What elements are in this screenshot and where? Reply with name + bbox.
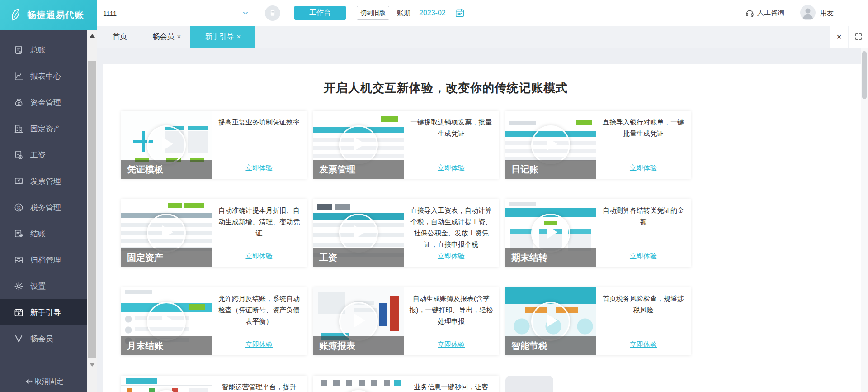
switch-old-version-button[interactable]: 切到旧版	[357, 6, 389, 20]
try-now-link[interactable]: 立即体验	[245, 252, 273, 261]
sidebar-item-salary[interactable]: 工资	[0, 142, 87, 168]
play-button-icon[interactable]	[339, 390, 378, 392]
scrollbar-thumb[interactable]	[862, 51, 867, 99]
period-value[interactable]: 2023-02	[419, 0, 446, 26]
account-select-value: 1111	[103, 10, 117, 17]
tab-close-icon[interactable]: ×	[237, 33, 241, 40]
sidebar-item-member[interactable]: 畅会员	[0, 325, 87, 352]
try-now-link[interactable]: 立即体验	[245, 340, 273, 349]
video-thumbnail[interactable]: 发票管理	[313, 111, 404, 179]
play-button-icon[interactable]	[339, 125, 378, 164]
tab-label: 首页	[113, 33, 127, 40]
sidebar-item-label: 总账	[30, 45, 46, 55]
card-body: 直接导入银行对账单，一键批量生成凭证 立即体验	[596, 111, 691, 179]
sidebar-scrollbar[interactable]	[87, 30, 97, 392]
video-thumbnail[interactable]	[121, 376, 212, 392]
video-thumbnail[interactable]: 凭证模板	[121, 111, 212, 179]
scrollbar-thumb[interactable]	[88, 61, 96, 358]
video-thumbnail[interactable]: 月末结账	[121, 287, 212, 355]
sidebar-item-report-center[interactable]: 报表中心	[0, 63, 87, 89]
sidebar-item-tax[interactable]: 税 税务管理	[0, 194, 87, 220]
ledger-icon	[14, 45, 24, 55]
sidebar-item-archive[interactable]: 归档管理	[0, 247, 87, 273]
header-divider	[793, 8, 793, 18]
video-thumbnail[interactable]: 智能节税	[505, 287, 596, 355]
video-title: 固定资产	[121, 248, 212, 267]
fullscreen-button[interactable]	[849, 26, 868, 48]
sidebar-item-settings[interactable]: 设置	[0, 273, 87, 299]
scroll-down-arrow[interactable]	[87, 361, 97, 369]
video-thumbnail[interactable]: 固定资产	[121, 199, 212, 267]
video-title: 智能节税	[505, 336, 596, 355]
unpin-sidebar-button[interactable]: 取消固定	[0, 374, 87, 389]
play-button-icon[interactable]	[147, 125, 186, 164]
card-body: 提高重复业务填制凭证效率 立即体验	[212, 111, 307, 179]
card-body: 首页税务风险检查，规避涉税风险 立即体验	[596, 287, 691, 355]
sidebar-item-label: 税务管理	[30, 202, 61, 213]
scroll-up-arrow[interactable]	[87, 32, 97, 40]
play-button-icon[interactable]	[147, 302, 186, 341]
sidebar-item-label: 结账	[30, 229, 46, 239]
play-button-icon[interactable]	[339, 302, 378, 341]
try-now-link[interactable]: 立即体验	[630, 164, 657, 172]
try-now-link[interactable]: 立即体验	[438, 252, 465, 261]
calendar-icon[interactable]	[455, 8, 465, 18]
play-button-icon[interactable]	[147, 390, 186, 392]
live-support-button[interactable]: 人工咨询	[745, 0, 784, 26]
play-button-icon[interactable]	[531, 125, 570, 164]
video-title: 日记账	[505, 160, 596, 179]
video-thumbnail[interactable]: 日记账	[505, 111, 596, 179]
card-body: 智能运营管理平台，提升	[212, 376, 307, 392]
app-window: 1111 工作台 切到旧版 账期 2023-02 人工咨询 用友	[0, 0, 868, 392]
try-now-link[interactable]: 立即体验	[438, 340, 465, 349]
card-description: 直接导入工资表，自动计算个税，自动生成计提工资、社保公积金、发放工资凭证，直接申…	[409, 205, 493, 250]
sidebar-item-beginner-guide[interactable]: 新手引导	[0, 299, 87, 325]
username-label[interactable]: 用友	[820, 0, 834, 26]
close-all-tabs-button[interactable]: ×	[830, 26, 848, 48]
video-thumbnail[interactable]	[313, 376, 404, 392]
play-button-icon[interactable]	[531, 302, 570, 341]
certificate-badge-icon[interactable]	[265, 5, 280, 21]
video-thumbnail[interactable]: 工资	[313, 199, 404, 267]
tab-bar: 首页 畅会员× 新手引导× ×	[97, 26, 868, 48]
salary-doc-icon	[14, 150, 24, 160]
try-now-link[interactable]: 立即体验	[245, 164, 273, 172]
main-scrollbar[interactable]	[861, 48, 868, 392]
logo-text: 畅捷通易代账	[27, 9, 84, 21]
tab-member[interactable]: 畅会员×	[142, 26, 191, 48]
play-button-icon[interactable]	[339, 214, 378, 253]
tab-beginner-guide[interactable]: 新手引导×	[190, 26, 255, 48]
sidebar-item-invoice[interactable]: 发票管理	[0, 168, 87, 194]
feature-card-smart-tax-saving: 智能节税 首页税务风险检查，规避涉税风险 立即体验	[505, 287, 691, 355]
play-button-icon[interactable]	[147, 214, 186, 253]
tab-home[interactable]: 首页	[101, 26, 139, 48]
video-title: 期末结转	[505, 248, 596, 267]
sidebar-item-funds[interactable]: 资金管理	[0, 89, 87, 115]
gear-icon	[14, 281, 24, 292]
try-now-link[interactable]: 立即体验	[630, 252, 657, 261]
video-thumbnail[interactable]: 期末结转	[505, 199, 596, 267]
video-title: 发票管理	[313, 160, 404, 179]
sidebar-item-general-ledger[interactable]: 总账	[0, 37, 87, 63]
account-select[interactable]: 1111	[103, 5, 252, 22]
video-thumbnail[interactable]: 账簿报表	[313, 287, 404, 355]
card-body: 自动准确计提本月折旧、自动生成新增、清理、变动凭证 立即体验	[212, 199, 307, 267]
try-now-link[interactable]: 立即体验	[438, 164, 465, 172]
tab-close-icon[interactable]: ×	[177, 33, 181, 40]
video-title: 账簿报表	[313, 336, 404, 355]
sidebar-item-label: 资金管理	[30, 97, 61, 108]
feature-card-salary: 工资 直接导入工资表，自动计算个税，自动生成计提工资、社保公积金、发放工资凭证，…	[313, 199, 499, 267]
tab-label: 新手引导	[205, 33, 234, 40]
card-body: 直接导入工资表，自动计算个税，自动生成计提工资、社保公积金、发放工资凭证，直接申…	[404, 199, 499, 267]
feature-card-journal: 日记账 直接导入银行对账单，一键批量生成凭证 立即体验	[505, 111, 691, 179]
sidebar-item-closing[interactable]: 结账	[0, 220, 87, 247]
try-now-link[interactable]: 立即体验	[630, 340, 657, 349]
user-avatar[interactable]	[800, 5, 816, 20]
sidebar-item-fixed-assets[interactable]: 固定资产	[0, 115, 87, 142]
workbench-button[interactable]: 工作台	[294, 6, 346, 20]
sidebar-item-label: 归档管理	[30, 255, 61, 265]
card-body: 一键提取进销项发票，批量生成凭证 立即体验	[404, 111, 499, 179]
play-button-icon[interactable]	[531, 214, 570, 253]
card-description: 首页税务风险检查，规避涉税风险	[601, 293, 685, 316]
main-content-panel: 开启人机交互新体验，改变你的传统记账模式 凭证模板 提高重复业务填制凭证效率 立…	[103, 64, 861, 392]
